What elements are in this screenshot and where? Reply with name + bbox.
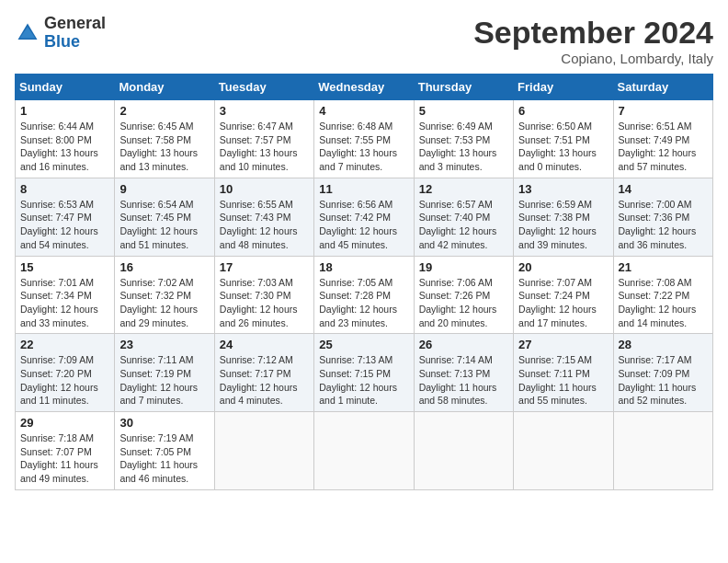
- calendar-week-1: 1Sunrise: 6:44 AMSunset: 8:00 PMDaylight…: [16, 100, 713, 178]
- day-detail: Sunrise: 6:57 AMSunset: 7:40 PMDaylight:…: [419, 198, 508, 252]
- day-number: 28: [619, 338, 708, 351]
- day-number: 22: [20, 338, 109, 351]
- day-number: 13: [518, 182, 608, 196]
- day-detail: Sunrise: 6:54 AMSunset: 7:45 PMDaylight:…: [119, 198, 209, 252]
- day-detail: Sunrise: 6:50 AMSunset: 7:51 PMDaylight:…: [518, 120, 608, 174]
- header-sunday: Sunday: [16, 75, 115, 100]
- day-number: 20: [518, 260, 608, 274]
- calendar-cell: [613, 412, 712, 490]
- calendar-cell: 23Sunrise: 7:11 AMSunset: 7:19 PMDayligh…: [115, 334, 214, 412]
- day-number: 10: [220, 182, 309, 196]
- logo-text: General Blue: [44, 15, 106, 52]
- logo-general: General: [44, 15, 106, 33]
- calendar-cell: 3Sunrise: 6:47 AMSunset: 7:57 PMDaylight…: [214, 100, 313, 178]
- day-number: 25: [319, 338, 408, 351]
- logo-icon: [15, 20, 40, 46]
- calendar-week-4: 22Sunrise: 7:09 AMSunset: 7:20 PMDayligh…: [16, 334, 713, 412]
- calendar-cell: 22Sunrise: 7:09 AMSunset: 7:20 PMDayligh…: [16, 334, 115, 412]
- calendar-cell: 13Sunrise: 6:59 AMSunset: 7:38 PMDayligh…: [514, 178, 613, 256]
- calendar-cell: [514, 412, 613, 490]
- day-detail: Sunrise: 7:14 AMSunset: 7:13 PMDaylight:…: [419, 353, 508, 408]
- calendar-cell: 11Sunrise: 6:56 AMSunset: 7:42 PMDayligh…: [314, 178, 414, 256]
- day-detail: Sunrise: 7:09 AMSunset: 7:20 PMDaylight:…: [20, 353, 109, 408]
- day-number: 4: [319, 104, 408, 118]
- day-detail: Sunrise: 7:01 AMSunset: 7:34 PMDaylight:…: [20, 276, 109, 330]
- calendar-cell: 4Sunrise: 6:48 AMSunset: 7:55 PMDaylight…: [314, 100, 414, 178]
- header-monday: Monday: [115, 75, 214, 100]
- day-detail: Sunrise: 7:05 AMSunset: 7:28 PMDaylight:…: [319, 276, 408, 330]
- calendar-cell: 9Sunrise: 6:54 AMSunset: 7:45 PMDaylight…: [115, 178, 214, 256]
- calendar-week-5: 29Sunrise: 7:18 AMSunset: 7:07 PMDayligh…: [16, 412, 713, 490]
- logo: General Blue: [15, 15, 106, 52]
- day-number: 29: [20, 416, 109, 430]
- header-friday: Friday: [514, 75, 613, 100]
- calendar-cell: [314, 412, 414, 490]
- day-detail: Sunrise: 7:08 AMSunset: 7:22 PMDaylight:…: [619, 276, 708, 330]
- day-number: 6: [518, 104, 608, 118]
- calendar-header-row: SundayMondayTuesdayWednesdayThursdayFrid…: [16, 75, 713, 100]
- title-block: September 2024 Copiano, Lombardy, Italy: [473, 15, 713, 66]
- day-number: 23: [119, 338, 209, 351]
- day-detail: Sunrise: 7:00 AMSunset: 7:36 PMDaylight:…: [619, 198, 708, 252]
- location: Copiano, Lombardy, Italy: [473, 51, 713, 66]
- day-number: 7: [619, 104, 708, 118]
- day-number: 16: [119, 260, 209, 274]
- calendar-cell: 17Sunrise: 7:03 AMSunset: 7:30 PMDayligh…: [214, 256, 313, 334]
- day-number: 2: [119, 104, 209, 118]
- day-detail: Sunrise: 7:06 AMSunset: 7:26 PMDaylight:…: [419, 276, 508, 330]
- day-detail: Sunrise: 7:11 AMSunset: 7:19 PMDaylight:…: [119, 353, 209, 408]
- day-detail: Sunrise: 7:07 AMSunset: 7:24 PMDaylight:…: [518, 276, 608, 330]
- day-number: 14: [619, 182, 708, 196]
- day-number: 1: [20, 104, 109, 118]
- day-detail: Sunrise: 7:15 AMSunset: 7:11 PMDaylight:…: [518, 353, 608, 408]
- day-number: 21: [619, 260, 708, 274]
- calendar-cell: [414, 412, 513, 490]
- calendar-cell: 24Sunrise: 7:12 AMSunset: 7:17 PMDayligh…: [214, 334, 313, 412]
- day-number: 12: [419, 182, 508, 196]
- day-number: 17: [220, 260, 309, 274]
- day-number: 19: [419, 260, 508, 274]
- calendar-cell: 19Sunrise: 7:06 AMSunset: 7:26 PMDayligh…: [414, 256, 513, 334]
- day-detail: Sunrise: 6:48 AMSunset: 7:55 PMDaylight:…: [319, 120, 408, 174]
- calendar-cell: 14Sunrise: 7:00 AMSunset: 7:36 PMDayligh…: [613, 178, 712, 256]
- day-detail: Sunrise: 6:59 AMSunset: 7:38 PMDaylight:…: [518, 198, 608, 252]
- day-number: 8: [20, 182, 109, 196]
- calendar-week-3: 15Sunrise: 7:01 AMSunset: 7:34 PMDayligh…: [16, 256, 713, 334]
- calendar-week-2: 8Sunrise: 6:53 AMSunset: 7:47 PMDaylight…: [16, 178, 713, 256]
- day-detail: Sunrise: 7:02 AMSunset: 7:32 PMDaylight:…: [119, 276, 209, 330]
- calendar-cell: 29Sunrise: 7:18 AMSunset: 7:07 PMDayligh…: [16, 412, 115, 490]
- calendar-cell: [214, 412, 313, 490]
- calendar-cell: 27Sunrise: 7:15 AMSunset: 7:11 PMDayligh…: [514, 334, 613, 412]
- day-detail: Sunrise: 7:19 AMSunset: 7:05 PMDaylight:…: [119, 431, 209, 486]
- header-tuesday: Tuesday: [214, 75, 313, 100]
- day-number: 27: [518, 338, 608, 351]
- day-number: 9: [119, 182, 209, 196]
- day-detail: Sunrise: 7:03 AMSunset: 7:30 PMDaylight:…: [220, 276, 309, 330]
- calendar-cell: 20Sunrise: 7:07 AMSunset: 7:24 PMDayligh…: [514, 256, 613, 334]
- day-detail: Sunrise: 6:47 AMSunset: 7:57 PMDaylight:…: [220, 120, 309, 174]
- day-detail: Sunrise: 6:53 AMSunset: 7:47 PMDaylight:…: [20, 198, 109, 252]
- day-detail: Sunrise: 7:17 AMSunset: 7:09 PMDaylight:…: [619, 353, 708, 408]
- calendar-cell: 12Sunrise: 6:57 AMSunset: 7:40 PMDayligh…: [414, 178, 513, 256]
- day-detail: Sunrise: 7:13 AMSunset: 7:15 PMDaylight:…: [319, 353, 408, 408]
- calendar-cell: 16Sunrise: 7:02 AMSunset: 7:32 PMDayligh…: [115, 256, 214, 334]
- calendar-cell: 26Sunrise: 7:14 AMSunset: 7:13 PMDayligh…: [414, 334, 513, 412]
- header-saturday: Saturday: [613, 75, 712, 100]
- day-number: 30: [119, 416, 209, 430]
- logo-blue: Blue: [44, 33, 106, 52]
- calendar-cell: 28Sunrise: 7:17 AMSunset: 7:09 PMDayligh…: [613, 334, 712, 412]
- day-number: 15: [20, 260, 109, 274]
- calendar-cell: 8Sunrise: 6:53 AMSunset: 7:47 PMDaylight…: [16, 178, 115, 256]
- calendar-cell: 15Sunrise: 7:01 AMSunset: 7:34 PMDayligh…: [16, 256, 115, 334]
- day-number: 11: [319, 182, 408, 196]
- calendar-cell: 25Sunrise: 7:13 AMSunset: 7:15 PMDayligh…: [314, 334, 414, 412]
- day-detail: Sunrise: 6:56 AMSunset: 7:42 PMDaylight:…: [319, 198, 408, 252]
- header-thursday: Thursday: [414, 75, 513, 100]
- calendar-cell: 7Sunrise: 6:51 AMSunset: 7:49 PMDaylight…: [613, 100, 712, 178]
- day-detail: Sunrise: 7:18 AMSunset: 7:07 PMDaylight:…: [20, 431, 109, 486]
- day-detail: Sunrise: 7:12 AMSunset: 7:17 PMDaylight:…: [220, 353, 309, 408]
- calendar-cell: 6Sunrise: 6:50 AMSunset: 7:51 PMDaylight…: [514, 100, 613, 178]
- day-detail: Sunrise: 6:49 AMSunset: 7:53 PMDaylight:…: [419, 120, 508, 174]
- day-number: 26: [419, 338, 508, 351]
- calendar-table: SundayMondayTuesdayWednesdayThursdayFrid…: [15, 74, 713, 490]
